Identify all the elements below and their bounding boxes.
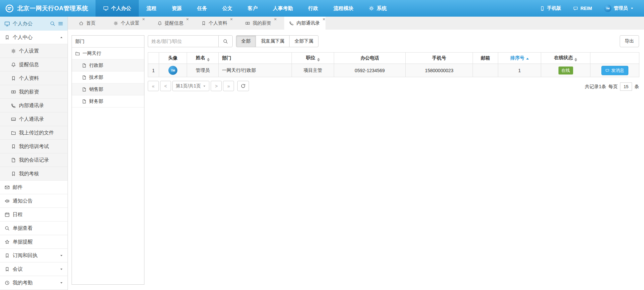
page-select-button[interactable]: 第1页/共1页 bbox=[172, 81, 209, 91]
sidebar-title: 个人办公 bbox=[13, 21, 33, 27]
file-icon bbox=[82, 87, 87, 92]
first-page-button[interactable]: « bbox=[148, 81, 159, 91]
filter-direct-subordinates-button[interactable]: 我直属下属 bbox=[256, 35, 290, 47]
search-button[interactable] bbox=[218, 35, 233, 47]
bookmark-icon bbox=[5, 253, 10, 258]
col-name[interactable]: 姓名 bbox=[187, 53, 219, 64]
total-records-text: 共记录1条 bbox=[585, 84, 606, 90]
tab-my-salary[interactable]: 我的薪资 × bbox=[240, 17, 277, 30]
bookmark-icon bbox=[5, 267, 10, 272]
caret-down-icon bbox=[203, 84, 206, 88]
table-row: 1 TM 管理员 一网天行/行政部 项目主管 0592-1234569 1580… bbox=[148, 64, 639, 77]
sidebar-item-my-attendance[interactable]: 我的考勤 bbox=[0, 276, 68, 290]
filter-all-button[interactable]: 全部 bbox=[236, 35, 256, 47]
sidebar-item-my-assessment[interactable]: 我的考核 bbox=[0, 167, 68, 181]
sidebar-item-mail[interactable]: 邮件 bbox=[0, 181, 68, 194]
sidebar-item-personal-profile[interactable]: 个人资料 bbox=[0, 72, 68, 85]
export-button[interactable]: 导出 bbox=[620, 35, 639, 47]
tree-node-tech-dept[interactable]: 技术部 bbox=[72, 72, 144, 83]
file-icon bbox=[82, 63, 87, 68]
open-tabs-bar: 首页 个人设置 × 提醒信息 × 个人资料 × 我的薪资 × 内部通讯录 × bbox=[68, 17, 644, 30]
sidebar-search-icon[interactable] bbox=[50, 21, 55, 26]
last-page-button[interactable]: » bbox=[223, 81, 234, 91]
close-icon[interactable]: × bbox=[274, 17, 277, 21]
gear-icon bbox=[11, 49, 16, 54]
col-sort-no[interactable]: 排序号 bbox=[498, 53, 541, 64]
sidebar-item-personal-contacts[interactable]: 个人通讯录 bbox=[0, 112, 68, 126]
send-message-button[interactable]: 发消息 bbox=[601, 66, 628, 75]
sidebar-item-personal-settings[interactable]: 个人设置 bbox=[0, 44, 68, 58]
nav-item-customers[interactable]: 客户 bbox=[240, 0, 265, 17]
app-logo-icon bbox=[5, 4, 14, 13]
caret-up-icon bbox=[60, 36, 63, 39]
cell-index: 1 bbox=[148, 64, 159, 77]
next-page-button[interactable]: > bbox=[211, 81, 222, 91]
caret-down-icon bbox=[60, 281, 63, 285]
tab-home[interactable]: 首页 bbox=[74, 17, 101, 30]
refresh-button[interactable] bbox=[237, 81, 249, 91]
speaker-icon bbox=[5, 199, 10, 204]
nav-item-process-module[interactable]: 流程模块 bbox=[326, 0, 361, 17]
sidebar-item-my-training-exams[interactable]: 我的培训考试 bbox=[0, 140, 68, 153]
sidebar-item-internal-contacts[interactable]: 内部通讯录 bbox=[0, 99, 68, 112]
sidebar-item-my-session-records[interactable]: 我的会话记录 bbox=[0, 153, 68, 167]
tab-reminder-info[interactable]: 提醒信息 × bbox=[152, 17, 189, 30]
sidebar-item-my-uploaded-files[interactable]: 我上传过的文件 bbox=[0, 126, 68, 140]
sidebar-menu-icon[interactable] bbox=[58, 21, 63, 26]
sidebar-item-my-salary[interactable]: 我的薪资 bbox=[0, 85, 68, 99]
reim-link[interactable]: REIM bbox=[573, 6, 592, 11]
col-position[interactable]: 职位 bbox=[292, 53, 334, 64]
sidebar-item-meeting[interactable]: 会议 bbox=[0, 262, 68, 276]
money-icon bbox=[245, 21, 250, 26]
filter-all-subordinates-button[interactable]: 全部下属 bbox=[289, 35, 319, 47]
sidebar-item-document-view[interactable]: 单据查看 bbox=[0, 221, 68, 235]
mobile-version-link[interactable]: 手机版 bbox=[540, 5, 561, 11]
sidebar-item-subscription-receipt[interactable]: 订阅和回执 bbox=[0, 249, 68, 262]
cell-sort-no: 1 bbox=[498, 64, 541, 77]
cell-avatar: TM bbox=[159, 64, 187, 77]
per-page-label: 每页 bbox=[608, 84, 618, 90]
sidebar-item-document-reminder[interactable]: 单据提醒 bbox=[0, 235, 68, 249]
tree-node-sales-dept[interactable]: 销售部 bbox=[72, 83, 144, 95]
nav-item-process[interactable]: 流程 bbox=[139, 0, 164, 17]
mobile-icon bbox=[540, 6, 545, 11]
close-icon[interactable]: × bbox=[142, 17, 145, 21]
close-icon[interactable]: × bbox=[230, 17, 233, 21]
prev-page-button[interactable]: < bbox=[160, 81, 171, 91]
nav-item-personal-office[interactable]: 个人办公 bbox=[96, 0, 139, 17]
search-input[interactable] bbox=[148, 35, 218, 47]
col-department: 部门 bbox=[219, 53, 292, 64]
user-menu[interactable]: TM 管理员 bbox=[604, 5, 634, 12]
caret-down-icon bbox=[60, 267, 63, 271]
sidebar-item-reminder-info[interactable]: 提醒信息 bbox=[0, 58, 68, 72]
tab-personal-settings[interactable]: 个人设置 × bbox=[108, 17, 145, 30]
tab-personal-profile[interactable]: 个人资料 × bbox=[196, 17, 233, 30]
sidebar-item-notice-announcement[interactable]: 通知公告 bbox=[0, 194, 68, 208]
bookmark-icon bbox=[11, 171, 16, 176]
sidebar-item-schedule[interactable]: 日程 bbox=[0, 208, 68, 221]
tree-node-admin-dept[interactable]: 行政部 bbox=[72, 60, 144, 72]
tab-internal-contacts[interactable]: 内部通讯录 × bbox=[284, 17, 325, 30]
nav-item-resources[interactable]: 资源 bbox=[164, 0, 189, 17]
cell-email bbox=[473, 64, 498, 77]
nav-item-system[interactable]: 系统 bbox=[361, 0, 394, 17]
caret-down-icon bbox=[630, 6, 634, 10]
app-brand: 北京一网天行OA管理系统 bbox=[0, 4, 96, 13]
nav-item-tasks[interactable]: 任务 bbox=[189, 0, 215, 17]
close-icon[interactable]: × bbox=[322, 17, 325, 21]
sidebar-item-personal-center[interactable]: 个人中心 bbox=[0, 31, 68, 44]
nav-item-administration[interactable]: 行政 bbox=[301, 0, 326, 17]
department-tree-panel: 部门 一网天行 行政部 技术部 销售部 财务部 bbox=[72, 35, 144, 285]
idcard-icon bbox=[11, 117, 16, 122]
col-mobile: 手机号 bbox=[406, 53, 473, 64]
table-header-row: 头像 姓名 部门 职位 办公电话 手机号 邮箱 排序号 在线状态 bbox=[148, 53, 639, 64]
cell-action: 发消息 bbox=[590, 64, 639, 77]
contacts-table: 头像 姓名 部门 职位 办公电话 手机号 邮箱 排序号 在线状态 1 TM 管理… bbox=[148, 52, 639, 77]
per-page-input[interactable] bbox=[620, 82, 632, 91]
tree-node-finance-dept[interactable]: 财务部 bbox=[72, 95, 144, 107]
col-online-status[interactable]: 在线状态 bbox=[541, 53, 590, 64]
close-icon[interactable]: × bbox=[186, 17, 189, 21]
tree-node-company[interactable]: 一网天行 bbox=[72, 48, 144, 60]
nav-item-hr-attendance[interactable]: 人事考勤 bbox=[265, 0, 301, 17]
nav-item-documents[interactable]: 公文 bbox=[215, 0, 240, 17]
